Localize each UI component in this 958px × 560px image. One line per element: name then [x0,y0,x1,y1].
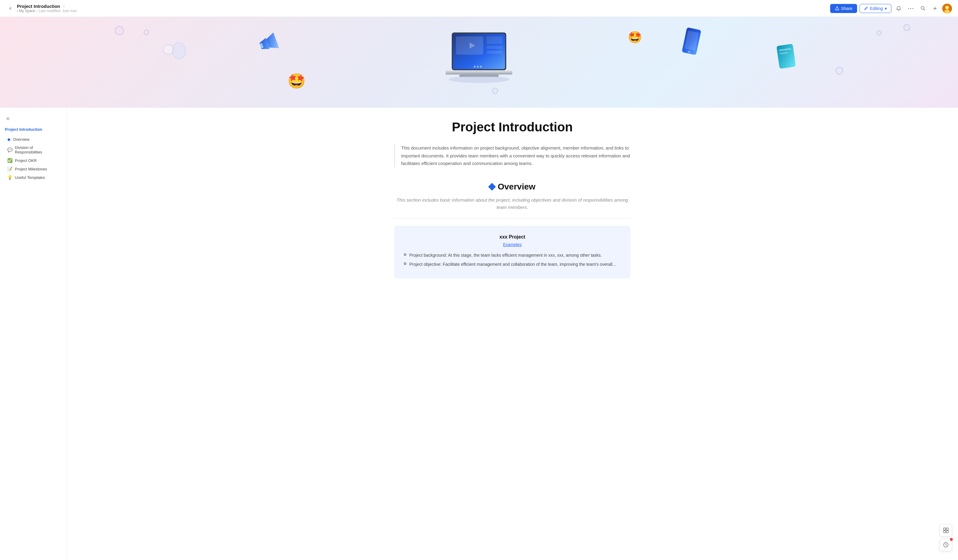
svg-rect-31 [944,528,945,530]
svg-point-21 [480,66,482,68]
templates-icon: 💡 [7,175,13,180]
grid-fab-button[interactable] [940,524,952,536]
megaphone [256,30,281,57]
breadcrumb: ▪ My Space | Last modified: Just now [17,9,77,13]
doc-title: Project Introduction [17,4,60,9]
content-area: Project Introduction This document inclu… [376,108,649,560]
breadcrumb-sep: | [36,9,37,13]
search-icon [920,6,926,11]
svg-rect-32 [946,528,948,530]
laptop [443,31,515,85]
svg-point-3 [921,6,924,9]
svg-point-20 [477,66,479,68]
banner: 🤩 🤩 [0,17,958,108]
list-item: Project background: At this stage, the t… [404,252,621,258]
svg-point-19 [474,66,476,68]
page-title: Project Introduction [394,120,630,134]
space-breadcrumb[interactable]: ▪ My Space [17,9,35,13]
intro-text: This document includes information on pr… [401,144,630,168]
overview-icon: ◆ [7,137,11,142]
project-card-list: Project background: At this stage, the t… [404,252,621,268]
collapse-icon [5,116,10,121]
sidebar-item-milestones[interactable]: 📝 Project Milestones [5,165,62,173]
intro-block: This document includes information on pr… [394,144,630,168]
project-card-title: xxx Project [404,234,621,240]
overview-heading-text: Overview [498,182,536,191]
editing-chevron: ▾ [885,6,887,11]
svg-point-6 [945,6,949,9]
glass-shape [172,43,186,60]
overview-heading: Overview [394,182,630,191]
sidebar-item-label-division: Division of Responsibilities [15,145,59,154]
editing-button[interactable]: Editing ▾ [860,4,891,13]
svg-point-1 [910,8,911,9]
more-icon [908,8,914,9]
more-button[interactable] [906,4,915,13]
grid-icon [943,528,948,533]
svg-rect-22 [446,70,512,74]
banner-scene: 🤩 🤩 [0,17,958,108]
modified-text: Last modified: Just now [38,9,76,13]
sidebar-item-label-milestones: Project Milestones [15,167,47,171]
okr-icon: ✅ [7,158,13,163]
new-button[interactable] [930,4,940,13]
avatar[interactable] [942,4,952,13]
avatar-image [942,4,952,13]
sidebar-item-division[interactable]: 💬 Division of Responsibilities [5,144,62,156]
doc-title-area: Project Introduction ☆ ▪ My Space | Last… [17,4,77,13]
emoji-face-2: 🤩 [628,30,642,44]
svg-rect-18 [487,51,502,54]
share-button[interactable]: Share [830,4,857,13]
list-item: Project objective: Facilitate efficient … [404,261,621,267]
bell-button[interactable] [894,4,904,13]
svg-point-0 [908,8,909,9]
share-icon [835,6,839,11]
svg-point-7 [944,9,950,13]
editing-icon [864,6,868,10]
svg-rect-34 [946,531,948,533]
emoji-face-1: 🤩 [287,73,306,90]
space-name: My Space [19,9,35,13]
bubble-4 [877,30,881,35]
back-button[interactable] [6,4,14,13]
main-layout: Project Introduction ◆ Overview 💬 Divisi… [0,108,958,560]
phone-device [681,27,702,57]
bell-icon [896,6,901,11]
glass-bubble [163,44,174,55]
editing-label: Editing [870,6,883,11]
sidebar-item-overview[interactable]: ◆ Overview [5,135,62,143]
clock-fab-button[interactable] [940,539,952,551]
topnav: Project Introduction ☆ ▪ My Space | Last… [0,0,958,17]
svg-rect-16 [487,36,502,44]
sidebar-item-templates[interactable]: 💡 Useful Templates [5,174,62,181]
bubble-6 [492,88,498,94]
plus-icon [933,6,937,11]
sidebar-item-okr[interactable]: ✅ Project OKR [5,157,62,165]
milestones-icon: 📝 [7,166,13,171]
clock-icon [943,542,948,547]
section-divider [394,218,630,218]
sidebar-item-label-overview: Overview [13,137,29,142]
star-icon[interactable]: ☆ [62,4,66,9]
fab-container [940,524,952,551]
list-item-text-2: Project objective: Facilitate efficient … [409,261,616,267]
sidebar: Project Introduction ◆ Overview 💬 Divisi… [0,108,67,560]
doc-title-row: Project Introduction ☆ [17,4,77,9]
svg-rect-33 [944,531,945,533]
sidebar-item-label-templates: Useful Templates [15,175,45,180]
sidebar-doc-title[interactable]: Project Introduction [5,127,62,132]
sidebar-item-label-okr: Project OKR [15,158,36,163]
search-button[interactable] [918,4,928,13]
topnav-left: Project Introduction ☆ ▪ My Space | Last… [6,4,830,13]
bubble-3 [904,24,910,31]
project-card: xxx Project Examples Project background:… [394,226,630,279]
sidebar-collapse-button[interactable] [5,115,12,122]
bullet-circle-1 [404,253,406,256]
svg-point-11 [172,43,186,59]
project-card-link[interactable]: Examples [404,242,621,247]
svg-point-24 [449,76,509,83]
bullet-circle-2 [404,263,406,265]
topnav-right: Share Editing ▾ [830,4,952,13]
teal-card [776,43,797,71]
bubble-5 [836,67,843,74]
